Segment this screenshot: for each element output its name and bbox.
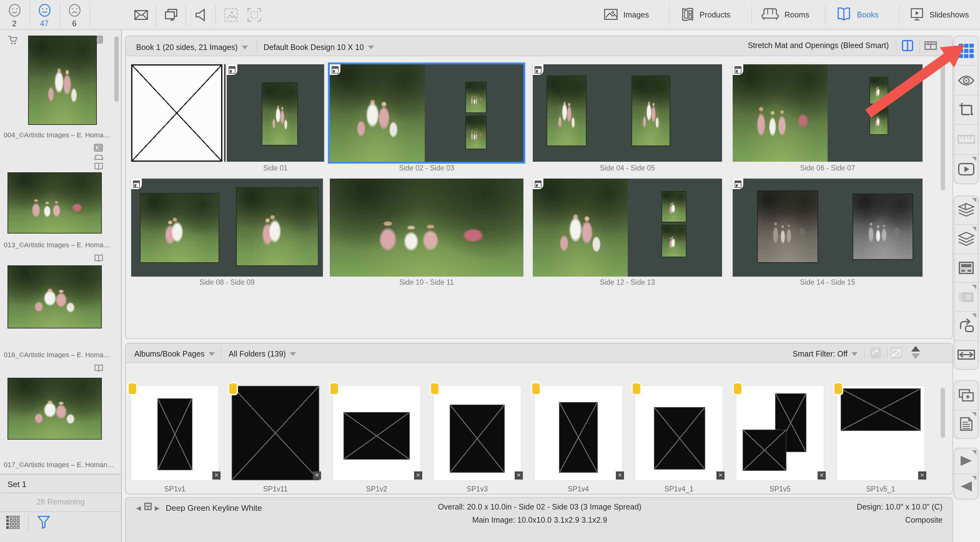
template-card-sp1v4_1[interactable]: ✕ bbox=[635, 386, 723, 480]
page-photo[interactable] bbox=[262, 83, 298, 146]
filter-button[interactable] bbox=[36, 515, 51, 532]
page-photo[interactable] bbox=[465, 116, 487, 149]
tab-images[interactable]: Images bbox=[603, 0, 649, 30]
template-card-sp1v5_1[interactable]: ✕ bbox=[837, 386, 924, 480]
page-photo[interactable] bbox=[853, 194, 913, 260]
sort-descending-button[interactable] bbox=[911, 353, 920, 359]
page-photo[interactable] bbox=[547, 76, 587, 146]
exclude-button[interactable] bbox=[890, 346, 902, 360]
notes-button[interactable] bbox=[955, 409, 978, 438]
crop-selection-button[interactable] bbox=[246, 7, 262, 23]
flip-horizontal-button[interactable] bbox=[955, 340, 978, 369]
spread-side-14-15[interactable] bbox=[733, 179, 923, 277]
rotate-button[interactable] bbox=[955, 311, 978, 340]
happy-face-icon[interactable] bbox=[8, 4, 21, 19]
spreads-scrollbar[interactable] bbox=[941, 58, 945, 191]
status-bar: ◀ ▶ Deep Green Keyline White Overall: 20… bbox=[125, 497, 953, 542]
book-select[interactable]: Book 1 (20 sides, 21 Images) bbox=[136, 41, 248, 52]
yellow-tag-icon bbox=[431, 383, 439, 394]
no-image-badge-icon: ✕ bbox=[716, 471, 724, 480]
spread-label: Side 01 bbox=[227, 164, 324, 172]
spread-side-04-05[interactable] bbox=[533, 64, 722, 162]
crop-button[interactable] bbox=[955, 95, 978, 125]
tab-label: Images bbox=[624, 11, 649, 19]
spread-side-01[interactable] bbox=[227, 64, 324, 162]
sad-face-icon[interactable] bbox=[68, 4, 81, 19]
page-photo[interactable] bbox=[330, 64, 425, 162]
cover-placeholder[interactable] bbox=[131, 64, 222, 162]
template-card-sp1v2[interactable]: ✕ bbox=[333, 386, 420, 480]
tab-books[interactable]: Books bbox=[836, 0, 879, 30]
page-photo[interactable] bbox=[662, 225, 686, 257]
speaker-button[interactable] bbox=[193, 7, 209, 23]
image-filename: 017_©Artistic Images – E. Homan… bbox=[4, 461, 118, 468]
neutral-face-icon[interactable] bbox=[38, 4, 51, 19]
divider bbox=[751, 5, 752, 25]
templates-scrollbar[interactable] bbox=[941, 388, 945, 438]
image-selection-button[interactable] bbox=[223, 7, 239, 23]
set-panel: Set 1 28 Remaining bbox=[0, 474, 121, 542]
tab-label: Slideshows bbox=[929, 11, 969, 19]
page-photo[interactable] bbox=[632, 76, 670, 146]
template-card-sp1v4[interactable]: ✕ bbox=[535, 386, 622, 480]
template-card-sp1v3[interactable]: ✕ bbox=[433, 386, 521, 480]
spread-side-06-07[interactable] bbox=[733, 64, 923, 162]
page-photo[interactable] bbox=[533, 179, 628, 277]
preview-eye-button[interactable] bbox=[955, 65, 978, 95]
image-filename: 013_©Artistic Images – E. Homa… bbox=[4, 241, 118, 248]
ruler-button[interactable] bbox=[955, 124, 978, 154]
page-photo[interactable] bbox=[140, 193, 219, 263]
grid-view-button[interactable] bbox=[955, 36, 978, 65]
spread-side-02-03-selected[interactable] bbox=[330, 64, 523, 162]
spread-side-08-09[interactable] bbox=[131, 179, 323, 277]
folders-select[interactable]: All Folders (139) bbox=[229, 348, 296, 359]
neutral-count: 47 bbox=[34, 19, 55, 28]
tab-products[interactable]: Products bbox=[681, 0, 730, 30]
sidebar-image-004[interactable] bbox=[28, 36, 97, 125]
smart-filter-select[interactable]: Smart Filter: Off bbox=[792, 348, 858, 359]
thumbnail-grid-button[interactable] bbox=[6, 516, 21, 531]
image-filename: 016_©Artistic Images – E. Homa… bbox=[4, 351, 118, 358]
template-name: SP1v1 bbox=[131, 485, 219, 493]
two-page-view-button[interactable] bbox=[901, 39, 914, 52]
page-photo[interactable] bbox=[869, 77, 888, 104]
tab-slideshows[interactable]: Slideshows bbox=[909, 0, 969, 30]
filmstrip-view-button[interactable] bbox=[924, 39, 937, 52]
template-card-sp1v11[interactable]: ✕ bbox=[232, 386, 319, 480]
page-photo[interactable] bbox=[757, 191, 818, 263]
add-pages-button[interactable] bbox=[955, 381, 978, 409]
spread-side-10-11[interactable] bbox=[330, 179, 523, 277]
move-to-folder-button[interactable] bbox=[869, 346, 882, 360]
spread-side-12-13[interactable] bbox=[533, 179, 722, 277]
albums-select[interactable]: Albums/Book Pages bbox=[134, 348, 215, 359]
divider bbox=[256, 39, 257, 52]
tab-rooms[interactable]: Rooms bbox=[761, 0, 809, 30]
page-photo[interactable] bbox=[662, 191, 686, 222]
divider bbox=[0, 512, 121, 512]
design-size: Design: 10.0" x 10.0" (C) bbox=[857, 503, 942, 512]
email-button[interactable] bbox=[133, 7, 149, 23]
page-photo[interactable] bbox=[236, 188, 318, 266]
layout-blocks-button[interactable] bbox=[955, 253, 978, 282]
play-slideshow-button[interactable] bbox=[955, 154, 978, 184]
divider bbox=[864, 346, 865, 359]
template-card-sp1v5[interactable]: ✕ bbox=[737, 386, 824, 480]
frames-button[interactable] bbox=[955, 282, 978, 311]
page-photo[interactable] bbox=[465, 82, 487, 113]
display-button[interactable] bbox=[163, 7, 179, 23]
design-select[interactable]: Default Book Design 10 X 10 bbox=[264, 41, 374, 52]
sad-count: 6 bbox=[64, 19, 85, 28]
sidebar-scrollbar[interactable] bbox=[114, 36, 119, 102]
next-spread-button[interactable] bbox=[955, 448, 978, 473]
sidebar-image-013[interactable] bbox=[8, 172, 102, 234]
prev-spread-button[interactable] bbox=[955, 473, 978, 499]
layers-flat-button[interactable] bbox=[955, 196, 978, 224]
page-photo[interactable] bbox=[733, 64, 827, 162]
sidebar-image-016[interactable] bbox=[8, 265, 102, 329]
sort-ascending-button[interactable] bbox=[911, 346, 920, 351]
page-photo[interactable] bbox=[330, 179, 523, 277]
sidebar-image-017[interactable] bbox=[8, 378, 102, 440]
layers-stack-button[interactable] bbox=[955, 224, 978, 254]
template-card-sp1v1[interactable]: ✕ bbox=[131, 386, 219, 480]
page-photo[interactable] bbox=[869, 105, 888, 135]
